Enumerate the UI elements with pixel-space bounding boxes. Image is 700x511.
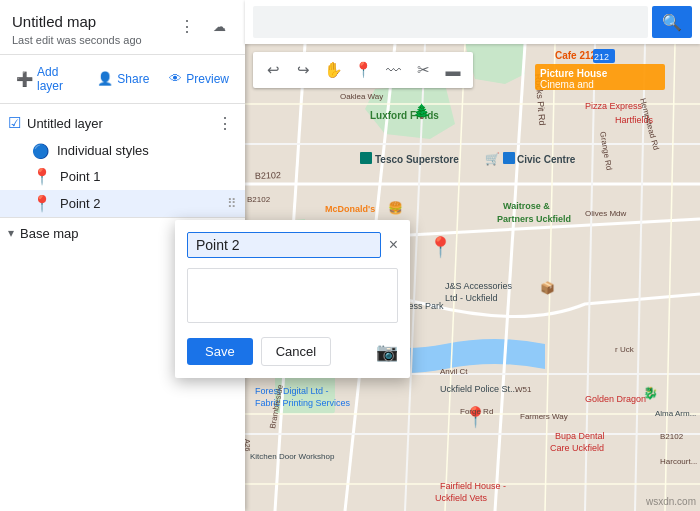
share-label: Share — [117, 72, 149, 86]
svg-text:B2102: B2102 — [255, 170, 281, 181]
svg-text:r Uck: r Uck — [615, 345, 635, 354]
individual-styles-label: Individual styles — [57, 143, 237, 158]
svg-text:B2102: B2102 — [660, 432, 684, 441]
svg-text:Ltd - Uckfield: Ltd - Uckfield — [445, 293, 498, 303]
svg-text:Tesco Superstore: Tesco Superstore — [375, 154, 459, 165]
svg-text:A26: A26 — [245, 439, 251, 452]
style-icon: 🔵 — [32, 143, 49, 159]
point1-item[interactable]: 📍 Point 1 — [0, 163, 245, 190]
svg-text:Bupa Dental: Bupa Dental — [555, 431, 605, 441]
search-input[interactable] — [253, 6, 648, 38]
layer-title: Untitled layer — [27, 116, 207, 131]
layer-checkbox-icon[interactable]: ☑ — [8, 114, 21, 132]
svg-text:🐉: 🐉 — [643, 385, 658, 400]
map-header: Untitled map Last edit was seconds ago ⋮… — [0, 0, 245, 55]
preview-button[interactable]: 👁 Preview — [161, 67, 237, 90]
add-layer-label: Add layer — [37, 65, 77, 93]
layer-more-button[interactable]: ⋮ — [213, 112, 237, 135]
svg-rect-34 — [360, 152, 372, 164]
point2-label: Point 2 — [60, 196, 219, 211]
svg-text:Uckfield Police St...: Uckfield Police St... — [440, 384, 518, 394]
svg-text:Cafe 212: Cafe 212 — [555, 50, 597, 61]
svg-text:Civic Centre: Civic Centre — [517, 154, 576, 165]
search-icon: 🔍 — [662, 13, 682, 32]
svg-text:Uckfield Vets: Uckfield Vets — [435, 493, 488, 503]
add-layer-icon: ➕ — [16, 71, 33, 87]
marker-button[interactable]: 📍 — [349, 56, 377, 84]
more-options-button[interactable]: ⋮ — [173, 12, 201, 40]
dialog-save-button[interactable]: Save — [187, 338, 253, 365]
share-icon: 👤 — [97, 71, 113, 86]
map-tools-bar: ↩ ↪ ✋ 📍 〰 ✂ ▬ — [253, 52, 473, 88]
map-title: Untitled map — [12, 12, 165, 32]
dialog-actions: Save Cancel 📷 — [187, 337, 398, 366]
layer-header-untitled: ☑ Untitled layer ⋮ — [0, 104, 245, 139]
dialog-title-input[interactable] — [187, 232, 381, 258]
preview-label: Preview — [186, 72, 229, 86]
base-map-label: Base map — [20, 226, 79, 241]
point1-label: Point 1 — [60, 169, 237, 184]
svg-text:J&S Accessories: J&S Accessories — [445, 281, 513, 291]
measure-button[interactable]: ✂ — [409, 56, 437, 84]
cloud-save-icon: ☁ — [205, 12, 233, 40]
add-layer-button[interactable]: ➕ Add layer — [8, 61, 85, 97]
svg-text:Anvil Ct: Anvil Ct — [440, 367, 468, 376]
svg-text:Waitrose &: Waitrose & — [503, 201, 550, 211]
svg-text:Picture House: Picture House — [540, 68, 608, 79]
toolbar: ➕ Add layer 👤 Share 👁 Preview — [0, 55, 245, 104]
svg-text:Fairfield House -: Fairfield House - — [440, 481, 506, 491]
point1-icon: 📍 — [32, 167, 52, 186]
svg-text:🌲: 🌲 — [413, 103, 431, 120]
dialog-camera-button[interactable]: 📷 — [376, 341, 398, 363]
svg-text:📍: 📍 — [428, 235, 453, 259]
svg-text:🍔: 🍔 — [388, 200, 403, 215]
point2-item[interactable]: 📍 Point 2 ⠿ — [0, 190, 245, 217]
svg-text:Golden Dragon: Golden Dragon — [585, 394, 646, 404]
svg-rect-37 — [503, 152, 515, 164]
map-title-area: Untitled map Last edit was seconds ago — [12, 12, 165, 46]
collapse-icon: ▾ — [8, 226, 14, 240]
search-button[interactable]: 🔍 — [652, 6, 692, 38]
dialog-cancel-button[interactable]: Cancel — [261, 337, 331, 366]
share-button[interactable]: 👤 Share — [89, 67, 157, 90]
map-header-icons: ⋮ ☁ — [173, 12, 233, 40]
svg-text:Forest Digital Ltd -: Forest Digital Ltd - — [255, 386, 329, 396]
svg-text:Harcourt...: Harcourt... — [660, 457, 697, 466]
svg-text:Alma Arm...: Alma Arm... — [655, 409, 696, 418]
svg-text:Pizza Express: Pizza Express — [585, 101, 643, 111]
svg-text:🛒: 🛒 — [485, 151, 500, 166]
svg-text:W51: W51 — [515, 385, 532, 394]
watermark: wsxdn.com — [646, 496, 696, 507]
dialog-header: × — [187, 232, 398, 258]
edit-dialog: × Save Cancel 📷 — [175, 220, 410, 378]
svg-text:Care Uckfield: Care Uckfield — [550, 443, 604, 453]
preview-icon: 👁 — [169, 71, 182, 86]
point2-icon: 📍 — [32, 194, 52, 213]
point2-drag-icon: ⠿ — [227, 196, 237, 211]
svg-text:Olives Mdw: Olives Mdw — [585, 209, 627, 218]
pan-button[interactable]: ✋ — [319, 56, 347, 84]
dialog-close-button[interactable]: × — [389, 237, 398, 253]
map-subtitle: Last edit was seconds ago — [12, 34, 165, 46]
map-top-bar: 🔍 — [245, 0, 700, 44]
svg-text:Kitchen Door Workshop: Kitchen Door Workshop — [250, 452, 335, 461]
svg-text:Farmers Way: Farmers Way — [520, 412, 568, 421]
svg-text:📦: 📦 — [540, 280, 555, 295]
svg-text:McDonald's: McDonald's — [325, 204, 375, 214]
svg-text:Partners Uckfield: Partners Uckfield — [497, 214, 571, 224]
svg-text:Fabric Printing Services: Fabric Printing Services — [255, 398, 351, 408]
directions-button[interactable]: ▬ — [439, 56, 467, 84]
svg-text:212: 212 — [594, 52, 609, 62]
svg-text:B2102: B2102 — [247, 195, 271, 204]
svg-text:Cinema and: Cinema and — [540, 79, 594, 90]
line-button[interactable]: 〰 — [379, 56, 407, 84]
dialog-description-input[interactable] — [187, 268, 398, 323]
individual-styles-item[interactable]: 🔵 Individual styles — [0, 139, 245, 163]
svg-text:Oaklea Way: Oaklea Way — [340, 92, 383, 101]
undo-button[interactable]: ↩ — [259, 56, 287, 84]
svg-text:Forge Rd: Forge Rd — [460, 407, 493, 416]
redo-button[interactable]: ↪ — [289, 56, 317, 84]
